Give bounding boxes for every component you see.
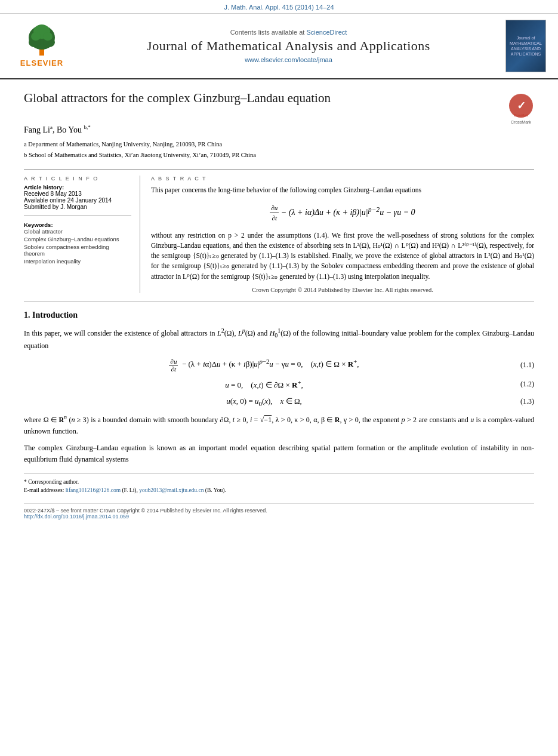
info-abstract-section: A R T I C L E I N F O Article history: R… xyxy=(24,176,534,293)
copyright-line: Crown Copyright © 2014 Published by Else… xyxy=(151,287,534,293)
intro-para3: The complex Ginzburg–Landau equation is … xyxy=(24,442,534,465)
footnote-divider xyxy=(24,474,534,474)
authors: Fang Lia, Bo You b,* xyxy=(24,124,534,135)
equation-1-3-row: u(x, 0) = u0(x), x ∈ Ω, (1.3) xyxy=(24,397,534,407)
citation-bar: J. Math. Anal. Appl. 415 (2014) 14–24 xyxy=(0,0,558,14)
eq-num-1-2: (1.2) xyxy=(504,380,534,389)
header-divider xyxy=(24,169,534,170)
svg-point-6 xyxy=(43,32,53,41)
contents-line: Contents lists available at ScienceDirec… xyxy=(81,29,496,36)
intro-para2: where Ω ∈ Rn (n ≥ 3) is a bounded domain… xyxy=(24,413,534,437)
email-li-link[interactable]: lifang101216@126.com xyxy=(66,487,121,493)
journal-header: ELSEVIER Contents lists available at Sci… xyxy=(0,14,558,79)
abstract-heading: A B S T R A C T xyxy=(151,176,534,182)
keyword-3: Sobolev compactness embedding theorem xyxy=(24,244,131,257)
journal-url[interactable]: www.elsevier.com/locate/jmaa xyxy=(81,56,496,63)
svg-point-5 xyxy=(31,32,41,41)
eq-num-1-3: (1.3) xyxy=(504,397,534,406)
journal-cover-image: Journal of MATHEMATICAL ANALYSIS AND APP… xyxy=(505,20,546,72)
intro-para1: In this paper, we will consider the exis… xyxy=(24,326,534,352)
bottom-bar: 0022-247X/$ – see front matter Crown Cop… xyxy=(24,503,534,520)
keyword-4: Interpolation inequality xyxy=(24,258,131,265)
doi-link[interactable]: http://dx.doi.org/10.1016/j.jmaa.2014.01… xyxy=(24,514,129,520)
elsevier-logo: ELSEVIER xyxy=(12,24,72,67)
keywords-section: Keywords: Global attractor Complex Ginzb… xyxy=(24,222,131,265)
abstract-text-2: without any restriction on p > 2 under t… xyxy=(151,232,534,280)
equation-1-2-row: u = 0, (x,t) ∈ ∂Ω × R+, (1.2) xyxy=(24,379,534,390)
crossmark-logo[interactable]: ✓ CrossMark CrossMark xyxy=(508,93,534,124)
abstract-section: A B S T R A C T This paper concerns the … xyxy=(140,176,534,293)
equation-1-1-row: ∂u ∂t − (λ + iα)Δu + (κ + iβ)|u|p−2u − γ… xyxy=(24,358,534,373)
history-label: Article history: xyxy=(24,184,131,190)
available-date: Available online 24 January 2014 xyxy=(24,197,131,204)
journal-title: Journal of Mathematical Analysis and App… xyxy=(81,38,496,54)
sciencedirect-link[interactable]: ScienceDirect xyxy=(306,29,347,36)
corresponding-note: * Corresponding author. xyxy=(24,478,534,486)
email-li-label: (F. Li), xyxy=(122,487,137,493)
citation-text: J. Math. Anal. Appl. 415 (2014) 14–24 xyxy=(224,4,334,11)
journal-center: Contents lists available at ScienceDirec… xyxy=(81,29,496,63)
introduction-section: 1. Introduction In this paper, we will c… xyxy=(24,311,534,465)
elsevier-tree-icon xyxy=(18,24,66,57)
email-addresses: E-mail addresses: lifang101216@126.com (… xyxy=(24,486,534,494)
section-title-intro: Introduction xyxy=(32,311,78,319)
equation-1-3: u(x, 0) = u0(x), x ∈ Ω, xyxy=(24,397,504,407)
article-info-heading: A R T I C L E I N F O xyxy=(24,176,131,182)
section-num: 1. xyxy=(24,311,30,319)
svg-text:CrossMark: CrossMark xyxy=(514,113,529,117)
doi-line: http://dx.doi.org/10.1016/j.jmaa.2014.01… xyxy=(24,514,534,520)
equation-1-1: ∂u ∂t − (λ + iα)Δu + (κ + iβ)|u|p−2u − γ… xyxy=(24,358,504,373)
affiliation-b: b School of Mathematics and Statistics, … xyxy=(24,150,534,161)
crossmark-icon: ✓ CrossMark xyxy=(508,93,534,119)
issn-line: 0022-247X/$ – see front matter Crown Cop… xyxy=(24,508,534,514)
abstract-divider xyxy=(24,302,534,302)
equation-1-2: u = 0, (x,t) ∈ ∂Ω × R+, xyxy=(24,379,504,390)
email-prefix: E-mail addresses: xyxy=(24,487,64,493)
section-heading-intro: 1. Introduction xyxy=(24,311,534,320)
svg-text:✓: ✓ xyxy=(517,100,526,112)
elsevier-wordmark: ELSEVIER xyxy=(20,59,63,67)
affiliation-a: a Department of Mathematics, Nanjing Uni… xyxy=(24,140,534,150)
abstract-equation: ∂u ∂t − (λ + iα)Δu + (κ + iβ)|u|p−2u − γ… xyxy=(151,203,534,223)
eq-num-1-1: (1.1) xyxy=(504,361,534,370)
partial-frac: ∂u ∂t xyxy=(270,203,279,223)
abstract-text: This paper concerns the long-time behavi… xyxy=(151,185,534,282)
keywords-label: Keywords: xyxy=(24,222,131,228)
email-you-label: (B. You). xyxy=(205,487,226,493)
crossmark-label: CrossMark xyxy=(508,120,534,124)
received-date: Received 8 May 2013 xyxy=(24,190,131,197)
article-title: Global attractors for the complex Ginzbu… xyxy=(24,90,331,106)
keyword-1: Global attractor xyxy=(24,228,131,235)
footnotes: * Corresponding author. E-mail addresses… xyxy=(24,478,534,495)
submitted-by: Submitted by J. Morgan xyxy=(24,204,131,210)
article-history: Article history: Received 8 May 2013 Ava… xyxy=(24,184,131,216)
affiliations: a Department of Mathematics, Nanjing Uni… xyxy=(24,140,534,161)
title-row: Global attractors for the complex Ginzbu… xyxy=(24,90,534,124)
abstract-text-1: This paper concerns the long-time behavi… xyxy=(151,186,421,193)
keyword-2: Complex Ginzburg–Landau equations xyxy=(24,236,131,242)
article-info: A R T I C L E I N F O Article history: R… xyxy=(24,176,140,293)
email-you-link[interactable]: youb2013@mail.xjtu.edu.cn xyxy=(139,487,204,493)
article-content: Global attractors for the complex Ginzbu… xyxy=(0,79,558,531)
